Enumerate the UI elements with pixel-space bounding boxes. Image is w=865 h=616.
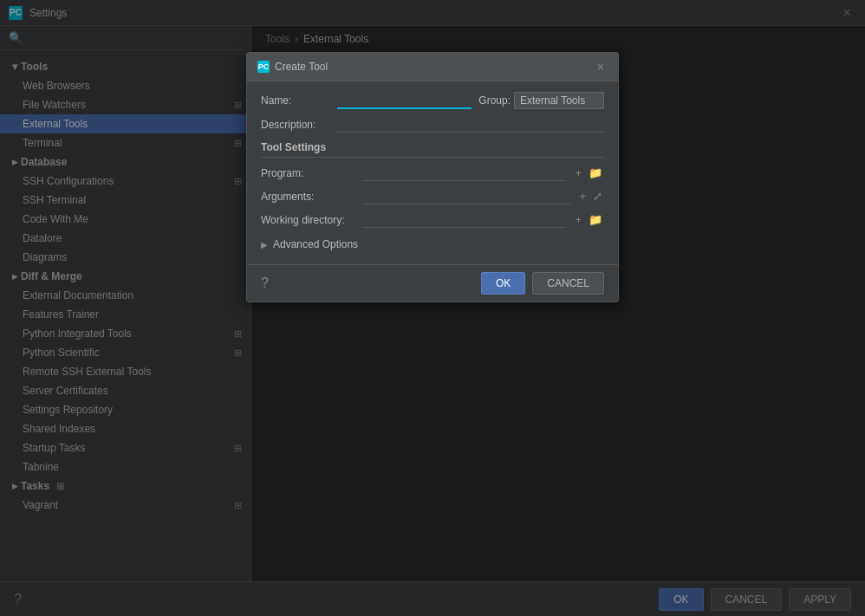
arguments-add-button[interactable]: + — [577, 190, 588, 203]
working-dir-browse-button[interactable]: 📁 — [587, 213, 604, 226]
arguments-label: Arguments: — [261, 191, 356, 203]
working-dir-input[interactable] — [363, 211, 566, 228]
arguments-input[interactable] — [363, 188, 570, 204]
program-row: Program: + 📁 — [261, 165, 604, 181]
arguments-row: Arguments: + ⤢ — [261, 188, 604, 204]
modal-overlay: PC Create Tool × Name: Group: External T… — [0, 0, 865, 616]
group-label: Group: — [478, 94, 511, 107]
program-browse-button[interactable]: 📁 — [587, 166, 604, 179]
advanced-options-row[interactable]: ▶ Advanced Options — [261, 235, 604, 254]
working-dir-label: Working directory: — [261, 214, 356, 226]
modal-footer: ? OK CANCEL — [247, 264, 618, 302]
name-label: Name: — [261, 94, 330, 107]
working-dir-row: Working directory: + 📁 — [261, 211, 604, 228]
modal-title-bar: PC Create Tool × — [247, 53, 618, 81]
name-group-row: Name: Group: External ToolsOther — [261, 92, 604, 109]
description-label: Description: — [261, 119, 330, 131]
description-row: Description: — [261, 116, 604, 133]
working-dir-add-button[interactable]: + — [573, 213, 583, 226]
create-tool-dialog: PC Create Tool × Name: Group: External T… — [246, 52, 619, 302]
tool-settings-header: Tool Settings — [261, 141, 604, 158]
advanced-options-label: Advanced Options — [273, 238, 358, 250]
modal-cancel-button[interactable]: CANCEL — [532, 272, 604, 295]
modal-ok-button[interactable]: OK — [481, 272, 525, 295]
program-label: Program: — [261, 167, 356, 179]
modal-close-button[interactable]: × — [594, 58, 608, 75]
description-input[interactable] — [337, 116, 604, 133]
modal-body: Name: Group: External ToolsOther Descrip… — [247, 81, 618, 264]
group-select[interactable]: External ToolsOther — [514, 92, 604, 109]
name-input[interactable] — [337, 92, 472, 109]
arguments-expand-button[interactable]: ⤢ — [591, 190, 604, 203]
group-container: Group: External ToolsOther — [478, 92, 604, 109]
working-dir-actions: + 📁 — [573, 213, 604, 226]
modal-title: Create Tool — [275, 61, 594, 73]
modal-buttons: OK CANCEL — [481, 272, 604, 295]
program-input[interactable] — [363, 165, 566, 181]
program-actions: + 📁 — [573, 166, 604, 179]
modal-app-icon: PC — [257, 61, 270, 73]
program-add-button[interactable]: + — [573, 166, 583, 179]
advanced-options-arrow: ▶ — [261, 240, 268, 250]
arguments-actions: + ⤢ — [577, 190, 604, 203]
modal-help-icon[interactable]: ? — [261, 276, 269, 291]
